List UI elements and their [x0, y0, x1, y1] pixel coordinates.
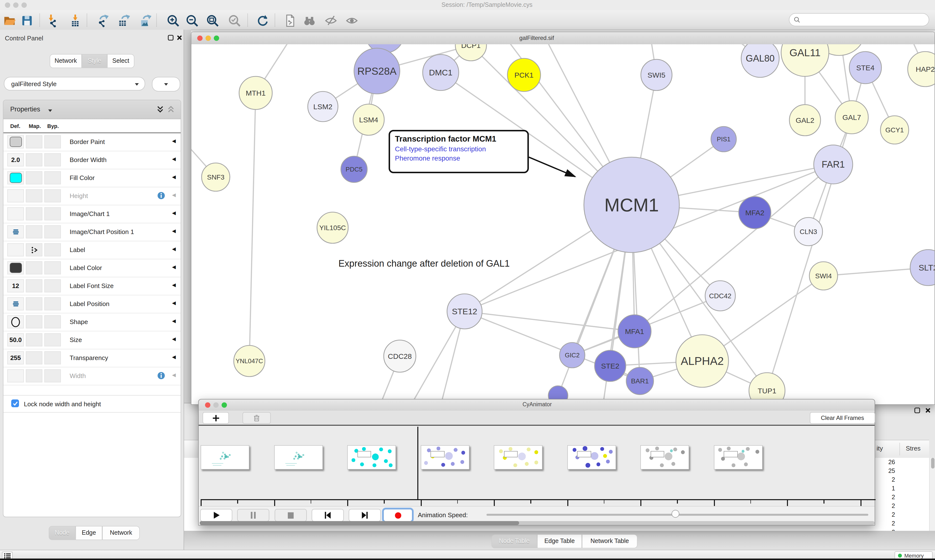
- animation-speed-thumb[interactable]: [671, 510, 679, 518]
- clear-all-frames-button[interactable]: Clear All Frames: [810, 412, 875, 424]
- expand-property-arrow[interactable]: ◀: [172, 246, 176, 252]
- play-button[interactable]: [200, 509, 232, 522]
- zoom-in-icon[interactable]: [165, 13, 180, 28]
- bypass-cell[interactable]: [44, 135, 61, 148]
- default-cell[interactable]: 255: [7, 351, 24, 365]
- pause-button[interactable]: [237, 509, 269, 522]
- close-window-light[interactable]: [5, 2, 10, 8]
- table-row[interactable]: 2: [184, 528, 895, 531]
- add-frame-button[interactable]: [202, 412, 229, 424]
- minimize-network-window-light[interactable]: [205, 35, 211, 41]
- tab-node-style[interactable]: Node: [49, 526, 76, 540]
- frame-thumbnail-0[interactable]: [201, 445, 249, 469]
- tab-edge-table[interactable]: Edge Table: [537, 534, 582, 548]
- export-network-icon[interactable]: [96, 13, 111, 28]
- go-to-start-button[interactable]: [312, 509, 344, 522]
- mapping-cell[interactable]: [26, 153, 42, 166]
- show-all-icon[interactable]: [344, 13, 359, 28]
- tab-select[interactable]: Select: [107, 54, 134, 68]
- property-row-label-font-size[interactable]: 12Label Font Size◀: [3, 277, 181, 295]
- zoom-out-icon[interactable]: [185, 13, 199, 28]
- mapping-cell[interactable]: [26, 279, 42, 292]
- property-row-transparency[interactable]: 255Transparency◀: [3, 349, 181, 367]
- default-cell[interactable]: [7, 243, 24, 256]
- bypass-cell[interactable]: [44, 261, 61, 274]
- expand-property-arrow[interactable]: ◀: [172, 372, 176, 378]
- minimize-window-light[interactable]: [13, 2, 19, 8]
- default-cell[interactable]: [7, 297, 24, 311]
- float-table-panel-icon[interactable]: [914, 407, 920, 413]
- frame-thumbnail-4[interactable]: [494, 445, 543, 469]
- frame-thumbnail-2[interactable]: [347, 445, 396, 469]
- canvas-text-annotation[interactable]: Expression change after deletion of GAL1: [338, 258, 510, 269]
- bypass-cell[interactable]: [44, 243, 61, 256]
- properties-header[interactable]: Properties: [3, 100, 181, 119]
- tab-node-table[interactable]: Node Table: [491, 534, 537, 548]
- column-divider[interactable]: [900, 443, 900, 455]
- close-network-window-light[interactable]: [197, 35, 202, 41]
- property-row-height[interactable]: Height◀: [3, 187, 181, 205]
- search-input[interactable]: [803, 16, 929, 24]
- column-stress[interactable]: Stres: [906, 445, 921, 452]
- property-row-label-color[interactable]: Label Color◀: [3, 259, 181, 277]
- style-selector[interactable]: galFiltered Style: [4, 77, 145, 91]
- float-panel-icon[interactable]: [168, 34, 174, 40]
- close-panel-icon[interactable]: [176, 34, 183, 40]
- bypass-cell[interactable]: [44, 153, 61, 166]
- property-row-border-width[interactable]: 2.0Border Width◀: [3, 151, 181, 169]
- frame-thumbnail-5[interactable]: [567, 445, 616, 469]
- property-row-label-position[interactable]: Label Position◀: [3, 295, 181, 313]
- save-session-icon[interactable]: [20, 13, 34, 28]
- mapping-cell[interactable]: [26, 225, 42, 238]
- default-cell[interactable]: [7, 225, 24, 238]
- expand-property-arrow[interactable]: ◀: [172, 210, 176, 215]
- property-row-label[interactable]: Label◀: [3, 241, 181, 259]
- style-options-button[interactable]: [152, 77, 180, 91]
- network-window-titlebar[interactable]: galFiltered.sif: [191, 32, 935, 45]
- default-cell[interactable]: [7, 315, 24, 328]
- tab-network-style[interactable]: Network: [102, 526, 140, 540]
- property-row-fill-color[interactable]: Fill Color◀: [3, 169, 181, 187]
- annotation-link[interactable]: Cell-type-specific transcription: [395, 145, 523, 153]
- hide-selected-icon[interactable]: [323, 13, 338, 28]
- default-cell[interactable]: [7, 171, 24, 185]
- mapping-cell[interactable]: [26, 315, 42, 328]
- bypass-cell[interactable]: [44, 297, 61, 311]
- delete-frame-button[interactable]: [242, 412, 271, 424]
- bypass-cell[interactable]: [44, 279, 61, 292]
- cyanimator-titlebar[interactable]: CyAnimator: [199, 400, 875, 411]
- mapping-cell[interactable]: [26, 297, 42, 311]
- annotation-box[interactable]: Transcription factor MCM1 Cell-type-spec…: [389, 130, 529, 173]
- annotation-link[interactable]: Pheromone response: [395, 154, 523, 162]
- export-image-icon[interactable]: [138, 13, 153, 28]
- expand-property-arrow[interactable]: ◀: [172, 174, 176, 180]
- default-cell[interactable]: [7, 189, 24, 202]
- property-row-image-chart-1[interactable]: Image/Chart 1◀: [3, 205, 181, 223]
- bypass-cell[interactable]: [44, 171, 61, 185]
- expand-property-arrow[interactable]: ◀: [172, 156, 176, 162]
- frame-thumbnail-1[interactable]: [274, 445, 322, 469]
- default-cell[interactable]: [7, 207, 24, 220]
- expand-property-arrow[interactable]: ◀: [172, 318, 176, 323]
- timeline-playhead[interactable]: [417, 427, 418, 499]
- table-vertical-scrollbar[interactable]: [929, 458, 935, 531]
- tab-style[interactable]: Style: [82, 54, 107, 68]
- bypass-cell[interactable]: [44, 333, 61, 346]
- mapping-cell[interactable]: [26, 261, 42, 274]
- stop-button[interactable]: [275, 509, 307, 522]
- zoom-window-light[interactable]: [22, 2, 27, 8]
- zoom-network-window-light[interactable]: [214, 35, 219, 41]
- bypass-cell[interactable]: [44, 351, 61, 365]
- frame-thumbnail-3[interactable]: [421, 445, 469, 469]
- default-cell[interactable]: 2.0: [7, 153, 24, 166]
- first-neighbors-icon[interactable]: [302, 13, 316, 28]
- mapping-cell[interactable]: [26, 369, 42, 382]
- zoom-cyanimator-light[interactable]: [222, 402, 227, 408]
- export-table-icon[interactable]: [116, 13, 131, 28]
- property-row-size[interactable]: 50.0Size◀: [3, 331, 181, 349]
- lock-checkbox[interactable]: [11, 400, 19, 407]
- bypass-cell[interactable]: [44, 189, 61, 202]
- expand-property-arrow[interactable]: ◀: [172, 138, 176, 143]
- close-cyanimator-light[interactable]: [205, 402, 210, 408]
- frame-thumbnail-7[interactable]: [714, 445, 762, 469]
